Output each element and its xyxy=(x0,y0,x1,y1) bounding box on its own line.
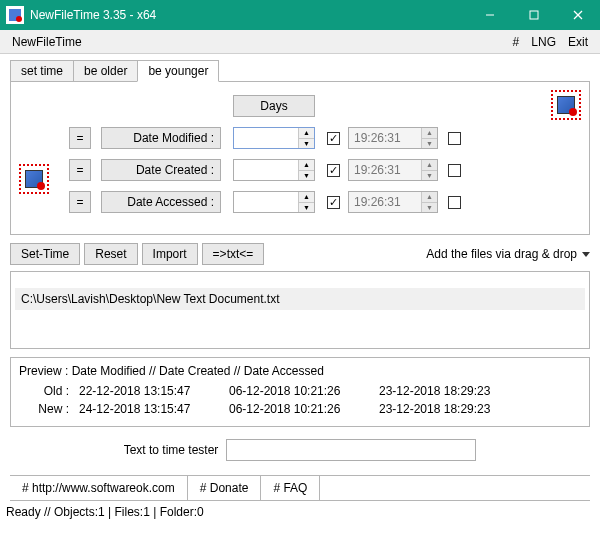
spin-down-icon[interactable]: ▼ xyxy=(422,203,437,213)
app-icon xyxy=(6,6,24,24)
tab-be-older[interactable]: be older xyxy=(73,60,138,82)
spin-up-icon[interactable]: ▲ xyxy=(422,192,437,203)
preview-old-label: Old : xyxy=(19,384,79,398)
preview-new-created: 06-12-2018 10:21:26 xyxy=(229,402,379,416)
menu-app[interactable]: NewFileTime xyxy=(6,33,88,51)
svg-point-1 xyxy=(16,16,22,22)
status-bar: Ready // Objects:1 | Files:1 | Folder:0 xyxy=(0,501,600,523)
time-input-accessed[interactable]: 19:26:31 ▲▼ xyxy=(348,191,438,213)
eq-button-modified[interactable]: = xyxy=(69,127,91,149)
drag-drop-menu[interactable]: Add the files via drag & drop xyxy=(426,247,590,261)
top-right-tool-icon[interactable] xyxy=(551,90,581,120)
days-header: Days xyxy=(233,95,315,117)
time-input-created[interactable]: 19:26:31 ▲▼ xyxy=(348,159,438,181)
preview-old-modified: 22-12-2018 13:15:47 xyxy=(79,384,229,398)
checkbox2-modified[interactable] xyxy=(448,132,461,145)
bottom-bar: # http://www.softwareok.com # Donate # F… xyxy=(10,475,590,501)
preview-panel: Preview : Date Modified // Date Created … xyxy=(10,357,590,427)
label-created: Date Created : xyxy=(101,159,221,181)
spin-up-icon[interactable]: ▲ xyxy=(299,160,314,171)
days-input-accessed[interactable]: ▲▼ xyxy=(233,191,315,213)
svg-rect-3 xyxy=(530,11,538,19)
tab-set-time[interactable]: set time xyxy=(10,60,74,82)
preview-old-accessed: 23-12-2018 18:29:23 xyxy=(379,384,529,398)
preview-new-accessed: 23-12-2018 18:29:23 xyxy=(379,402,529,416)
checkbox-modified[interactable] xyxy=(327,132,340,145)
bottom-left-tool-icon[interactable] xyxy=(19,164,49,194)
titlebar: NewFileTime 3.35 - x64 xyxy=(0,0,600,30)
tab-be-younger[interactable]: be younger xyxy=(137,60,219,82)
spin-down-icon[interactable]: ▼ xyxy=(299,203,314,213)
checkbox-accessed[interactable] xyxy=(327,196,340,209)
label-modified: Date Modified : xyxy=(101,127,221,149)
checkbox2-accessed[interactable] xyxy=(448,196,461,209)
spin-up-icon[interactable]: ▲ xyxy=(422,160,437,171)
minimize-button[interactable] xyxy=(468,0,512,30)
reset-button[interactable]: Reset xyxy=(84,243,137,265)
link-site[interactable]: # http://www.softwareok.com xyxy=(10,476,188,500)
maximize-button[interactable] xyxy=(512,0,556,30)
row-created: = Date Created : ▲▼ 19:26:31 ▲▼ xyxy=(21,156,579,184)
tester-input[interactable] xyxy=(226,439,476,461)
set-time-button[interactable]: Set-Time xyxy=(10,243,80,265)
eq-button-accessed[interactable]: = xyxy=(69,191,91,213)
window-title: NewFileTime 3.35 - x64 xyxy=(30,8,468,22)
days-input-modified[interactable]: ▲▼ xyxy=(233,127,315,149)
import-button[interactable]: Import xyxy=(142,243,198,265)
spin-up-icon[interactable]: ▲ xyxy=(422,128,437,139)
tab-strip: set time be older be younger xyxy=(10,60,590,82)
link-donate[interactable]: # Donate xyxy=(188,476,262,500)
spin-down-icon[interactable]: ▼ xyxy=(299,171,314,181)
label-accessed: Date Accessed : xyxy=(101,191,221,213)
spin-down-icon[interactable]: ▼ xyxy=(422,139,437,149)
days-input-created[interactable]: ▲▼ xyxy=(233,159,315,181)
preview-header: Preview : Date Modified // Date Created … xyxy=(19,364,581,378)
file-list[interactable]: C:\Users\Lavish\Desktop\New Text Documen… xyxy=(10,271,590,349)
time-tester: Text to time tester xyxy=(10,439,590,461)
row-accessed: = Date Accessed : ▲▼ 19:26:31 ▲▼ xyxy=(21,188,579,216)
row-modified: = Date Modified : ▲▼ 19:26:31 ▲▼ xyxy=(21,124,579,152)
spin-up-icon[interactable]: ▲ xyxy=(299,192,314,203)
preview-new-modified: 24-12-2018 13:15:47 xyxy=(79,402,229,416)
txt-button[interactable]: =>txt<= xyxy=(202,243,265,265)
checkbox2-created[interactable] xyxy=(448,164,461,177)
list-item[interactable]: C:\Users\Lavish\Desktop\New Text Documen… xyxy=(15,288,585,310)
days-header-row: Days xyxy=(21,92,579,120)
link-faq[interactable]: # FAQ xyxy=(261,476,320,500)
menu-hash[interactable]: # xyxy=(507,33,526,51)
checkbox-created[interactable] xyxy=(327,164,340,177)
preview-new-label: New : xyxy=(19,402,79,416)
menubar: NewFileTime # LNG Exit xyxy=(0,30,600,54)
close-button[interactable] xyxy=(556,0,600,30)
menu-exit[interactable]: Exit xyxy=(562,33,594,51)
spin-down-icon[interactable]: ▼ xyxy=(299,139,314,149)
spin-up-icon[interactable]: ▲ xyxy=(299,128,314,139)
time-input-modified[interactable]: 19:26:31 ▲▼ xyxy=(348,127,438,149)
preview-old-created: 06-12-2018 10:21:26 xyxy=(229,384,379,398)
tester-label: Text to time tester xyxy=(124,443,219,457)
action-bar: Set-Time Reset Import =>txt<= Add the fi… xyxy=(10,243,590,265)
eq-button-created[interactable]: = xyxy=(69,159,91,181)
tab-panel: Days = Date Modified : ▲▼ 19:26:31 ▲▼ = … xyxy=(10,81,590,235)
menu-lng[interactable]: LNG xyxy=(525,33,562,51)
spin-down-icon[interactable]: ▼ xyxy=(422,171,437,181)
